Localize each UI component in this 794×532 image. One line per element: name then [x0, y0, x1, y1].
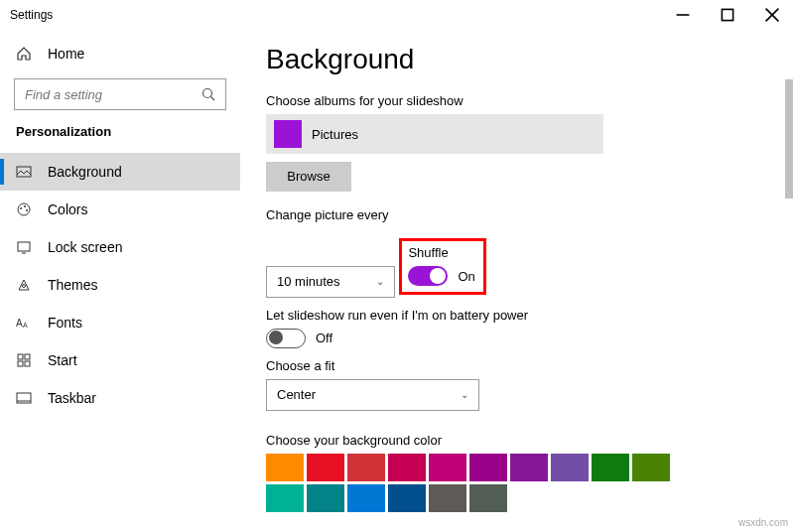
fonts-icon: AA	[16, 315, 32, 331]
home-label: Home	[48, 46, 84, 62]
change-picture-dropdown[interactable]: 10 minutes ⌄	[266, 266, 395, 298]
window-title: Settings	[10, 8, 660, 22]
color-swatch[interactable]	[592, 454, 629, 481]
svg-text:A: A	[23, 322, 28, 329]
chevron-down-icon: ⌄	[376, 276, 384, 287]
color-swatch[interactable]	[266, 454, 304, 481]
color-swatch[interactable]	[388, 454, 426, 481]
taskbar-icon	[16, 390, 32, 406]
svg-rect-6	[17, 167, 31, 177]
fit-label: Choose a fit	[266, 358, 768, 373]
sidebar-item-label: Background	[48, 164, 122, 180]
browse-button[interactable]: Browse	[266, 162, 351, 192]
color-swatch[interactable]	[551, 454, 589, 481]
dropdown-value: Center	[277, 387, 316, 402]
sidebar-item-taskbar[interactable]: Taskbar	[0, 379, 240, 417]
maximize-button[interactable]	[705, 0, 749, 30]
svg-rect-1	[722, 9, 732, 20]
svg-line-5	[211, 97, 215, 101]
section-header: Personalization	[0, 120, 240, 153]
color-swatch[interactable]	[632, 454, 670, 481]
watermark: wsxdn.com	[738, 517, 788, 528]
svg-text:A: A	[16, 318, 23, 329]
color-swatch[interactable]	[469, 484, 507, 512]
svg-point-10	[26, 209, 28, 211]
svg-rect-17	[25, 354, 30, 359]
album-thumbnail	[274, 120, 302, 148]
color-swatch[interactable]	[347, 454, 385, 481]
color-swatch[interactable]	[429, 454, 466, 481]
title-bar: Settings	[0, 0, 794, 30]
sidebar-item-label: Colors	[48, 201, 87, 217]
sidebar-item-label: Taskbar	[48, 390, 96, 406]
sidebar: Home Personalization Background Colors L…	[0, 30, 240, 532]
dropdown-value: 10 minutes	[277, 274, 340, 289]
shuffle-label: Shuffle	[408, 245, 474, 260]
sidebar-item-label: Themes	[48, 277, 98, 293]
svg-point-4	[203, 89, 212, 98]
color-swatch[interactable]	[429, 484, 466, 512]
svg-rect-18	[18, 361, 23, 366]
shuffle-toggle[interactable]	[408, 266, 448, 286]
palette-icon	[16, 201, 32, 217]
image-icon	[16, 164, 32, 180]
svg-point-9	[24, 205, 26, 207]
sidebar-item-lockscreen[interactable]: Lock screen	[0, 228, 240, 266]
sidebar-item-label: Lock screen	[48, 239, 122, 255]
search-icon	[200, 86, 216, 106]
album-name: Pictures	[312, 127, 358, 142]
shuffle-highlight: Shuffle On	[399, 238, 485, 295]
main-panel: Background Choose albums for your slides…	[240, 30, 794, 532]
color-swatch[interactable]	[307, 484, 344, 512]
color-swatch[interactable]	[347, 484, 385, 512]
color-swatch[interactable]	[469, 454, 507, 481]
sidebar-item-start[interactable]: Start	[0, 341, 240, 379]
battery-label: Let slideshow run even if I'm on battery…	[266, 308, 768, 323]
home-link[interactable]: Home	[0, 35, 240, 72]
color-swatch[interactable]	[266, 484, 304, 512]
minimize-button[interactable]	[660, 0, 705, 30]
search-input[interactable]	[14, 78, 226, 110]
sidebar-item-label: Fonts	[48, 315, 82, 331]
home-icon	[16, 46, 32, 62]
svg-rect-16	[18, 354, 23, 359]
page-title: Background	[266, 44, 768, 75]
start-icon	[16, 352, 32, 368]
close-button[interactable]	[749, 0, 794, 30]
battery-toggle[interactable]	[266, 329, 306, 348]
color-swatch[interactable]	[307, 454, 344, 481]
color-swatch[interactable]	[388, 484, 426, 512]
change-picture-label: Change picture every	[266, 207, 768, 222]
color-swatch[interactable]	[510, 454, 548, 481]
color-swatches	[266, 454, 683, 512]
bg-color-label: Choose your background color	[266, 433, 768, 448]
themes-icon	[16, 277, 32, 293]
lockscreen-icon	[16, 239, 32, 255]
sidebar-item-label: Start	[48, 352, 77, 368]
svg-rect-19	[25, 361, 30, 366]
shuffle-state: On	[458, 269, 474, 284]
sidebar-item-colors[interactable]: Colors	[0, 191, 240, 228]
battery-state: Off	[316, 331, 332, 345]
sidebar-item-themes[interactable]: Themes	[0, 266, 240, 304]
svg-rect-11	[18, 242, 30, 251]
album-item[interactable]: Pictures	[266, 114, 603, 154]
scrollbar-thumb[interactable]	[785, 79, 793, 199]
fit-dropdown[interactable]: Center ⌄	[266, 379, 479, 411]
svg-point-7	[18, 203, 30, 215]
sidebar-item-background[interactable]: Background	[0, 153, 240, 191]
svg-point-13	[23, 285, 26, 288]
svg-point-8	[20, 207, 22, 209]
chevron-down-icon: ⌄	[461, 389, 468, 400]
choose-albums-label: Choose albums for your slideshow	[266, 93, 768, 108]
sidebar-item-fonts[interactable]: AA Fonts	[0, 304, 240, 341]
